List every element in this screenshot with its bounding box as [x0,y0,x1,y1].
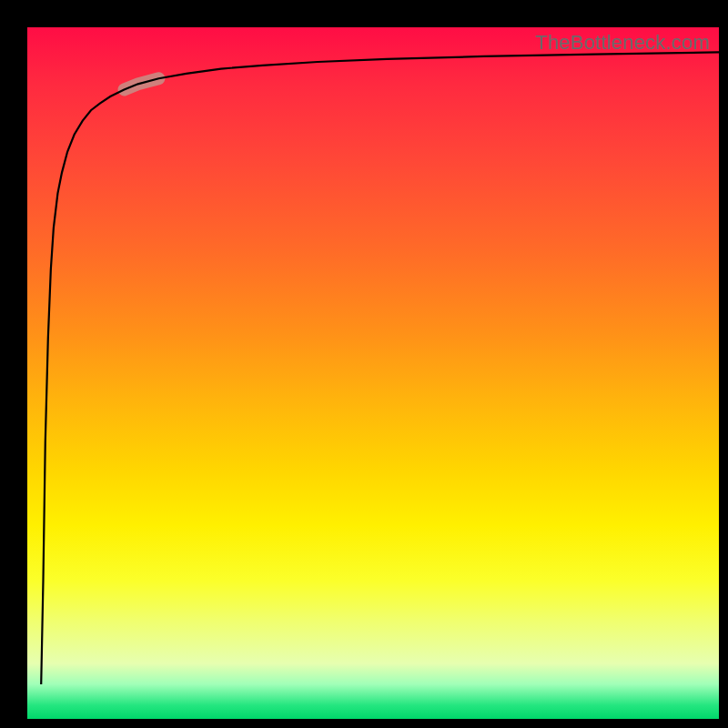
chart-frame: TheBottleneck.com [27,27,719,719]
bottleneck-curve [41,52,719,684]
attribution-label: TheBottleneck.com [535,31,710,55]
chart-svg [27,27,719,719]
